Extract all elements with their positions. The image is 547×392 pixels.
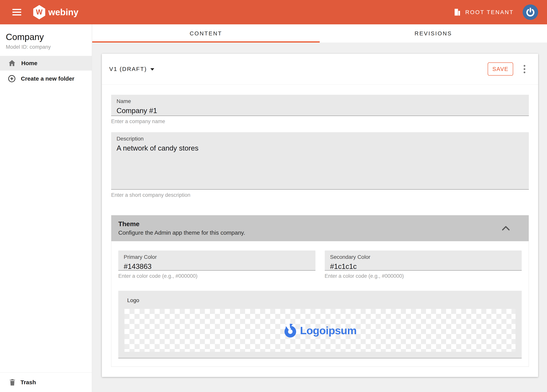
tab-revisions[interactable]: REVISIONS: [320, 24, 547, 42]
content-area: V1 (DRAFT) SAVE Name Company #1 Enter a …: [92, 42, 547, 377]
avatar[interactable]: [523, 4, 538, 20]
sidebar-item-trash[interactable]: Trash: [0, 372, 92, 392]
color-fields-row: Primary Color #143863 Enter a color code…: [118, 250, 522, 279]
description-field-value: A network of candy stores: [116, 143, 523, 153]
name-field-value: Company #1: [116, 106, 523, 116]
secondary-color-value: #1c1c1c: [330, 261, 516, 272]
description-field-helper: Enter a short company description: [111, 192, 529, 198]
primary-color-helper: Enter a color code (e.g., #000000): [118, 273, 315, 279]
theme-header-text: Theme Configure the Admin app theme for …: [118, 219, 245, 237]
theme-accordion-header[interactable]: Theme Configure the Admin app theme for …: [111, 215, 529, 241]
logo-preview-area: Logoipsum: [124, 309, 515, 352]
name-field[interactable]: Name Company #1: [111, 95, 529, 116]
secondary-color-column: Secondary Color #1c1c1c Enter a color co…: [325, 250, 522, 279]
power-icon: [525, 7, 535, 17]
sidebar-item-home[interactable]: Home: [0, 56, 92, 70]
theme-body: Primary Color #143863 Enter a color code…: [111, 241, 529, 366]
tab-bar: CONTENT REVISIONS: [92, 24, 547, 42]
tab-label: REVISIONS: [415, 30, 452, 37]
circle-plus-icon: [8, 75, 16, 83]
save-button[interactable]: SAVE: [488, 62, 513, 76]
entry-card: V1 (DRAFT) SAVE Name Company #1 Enter a …: [102, 54, 538, 377]
tab-content[interactable]: CONTENT: [92, 24, 320, 42]
webiny-logo[interactable]: W webiny: [33, 5, 78, 19]
main-area: CONTENT REVISIONS V1 (DRAFT) SAVE: [92, 24, 547, 392]
secondary-color-field[interactable]: Secondary Color #1c1c1c: [325, 250, 522, 271]
description-field-label: Description: [116, 135, 523, 143]
sidebar-item-label: Home: [21, 60, 37, 67]
tenant-selector[interactable]: ROOT TENANT: [453, 8, 514, 16]
caret-down-icon: [150, 68, 154, 70]
brand-wordmark: webiny: [48, 7, 78, 17]
home-icon: [8, 59, 16, 68]
revision-selector[interactable]: V1 (DRAFT): [109, 66, 154, 72]
entry-form: Name Company #1 Enter a company name Des…: [102, 84, 538, 367]
primary-color-field[interactable]: Primary Color #143863: [118, 250, 315, 271]
name-field-label: Name: [116, 97, 523, 105]
page-title: Company: [0, 24, 92, 42]
header-actions: SAVE: [488, 62, 527, 76]
description-field[interactable]: Description A network of candy stores: [111, 132, 529, 190]
webiny-hexagon-icon: W: [33, 5, 45, 19]
primary-color-label: Primary Color: [124, 253, 310, 261]
logo-field-label: Logo: [127, 297, 515, 303]
secondary-color-helper: Enter a color code (e.g., #000000): [325, 273, 522, 279]
app-header: W webiny ROOT TENANT: [0, 0, 547, 24]
kebab-menu-icon[interactable]: [522, 63, 527, 75]
logoipsum-wordmark: Logoipsum: [300, 324, 357, 337]
secondary-color-label: Secondary Color: [330, 253, 516, 261]
theme-section: Theme Configure the Admin app theme for …: [111, 215, 529, 367]
webiny-logo-letter: W: [36, 8, 42, 16]
tenant-label: ROOT TENANT: [465, 9, 514, 15]
topbar-right: ROOT TENANT: [453, 4, 538, 20]
sidebar-item-label: Create a new folder: [21, 75, 75, 82]
sidebar: Company Model ID: company Home Create a …: [0, 24, 92, 392]
trash-label: Trash: [21, 379, 36, 386]
revision-label: V1 (DRAFT): [109, 66, 147, 72]
entry-card-header: V1 (DRAFT) SAVE: [102, 54, 538, 84]
trash-icon: [9, 378, 16, 386]
primary-color-column: Primary Color #143863 Enter a color code…: [118, 250, 315, 279]
theme-title: Theme: [118, 219, 245, 228]
hamburger-menu-icon[interactable]: [12, 9, 21, 15]
theme-subtitle: Configure the Admin app theme for this c…: [118, 228, 245, 237]
model-id-subtitle: Model ID: company: [0, 42, 92, 50]
chevron-up-icon[interactable]: [502, 225, 510, 231]
logoipsum-logo: Logoipsum: [283, 322, 357, 338]
tab-label: CONTENT: [190, 30, 222, 37]
sidebar-item-create-folder[interactable]: Create a new folder: [0, 71, 92, 86]
building-icon: [453, 8, 461, 16]
logoipsum-mark-icon: [283, 322, 297, 338]
name-field-helper: Enter a company name: [111, 118, 529, 124]
primary-color-value: #143863: [124, 261, 310, 272]
logo-upload-field[interactable]: Logo: [118, 291, 522, 358]
